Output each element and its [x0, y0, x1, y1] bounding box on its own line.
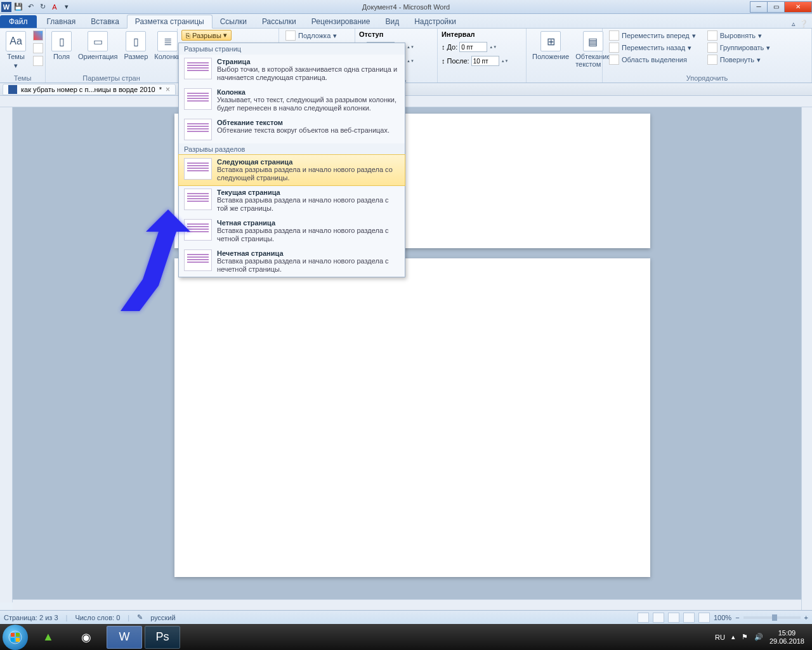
svg-rect-6 — [16, 638, 20, 642]
view-print-layout[interactable] — [638, 613, 649, 623]
space-before-icon: ↕ — [442, 43, 445, 51]
ruler-vertical[interactable] — [0, 107, 13, 602]
group-icon — [707, 43, 717, 53]
taskbar-chrome[interactable]: ◉ — [69, 626, 104, 649]
space-after-icon: ↕ — [442, 57, 445, 65]
break-page-item[interactable]: СтраницаВыбор точки, в которой заканчива… — [179, 55, 405, 85]
document-tabs: как убрать номер с п...ницы в ворде 2010… — [0, 83, 812, 96]
windows-logo-icon — [8, 630, 22, 644]
ruler-horizontal[interactable] — [0, 96, 812, 107]
page-status[interactable]: Страница: 2 из 3 — [4, 614, 58, 621]
close-button[interactable]: ✕ — [784, 1, 812, 13]
close-tab-icon[interactable]: × — [166, 85, 170, 94]
page[interactable] — [174, 258, 650, 577]
break-column-item[interactable]: КолонкаУказывает, что текст, следующий з… — [179, 85, 405, 116]
tab-insert[interactable]: Вставка — [83, 15, 127, 28]
tab-file[interactable]: Файл — [0, 15, 37, 28]
textwrap-break-icon — [184, 119, 212, 140]
taskbar-app[interactable]: ▲ — [30, 626, 66, 649]
fonts-icon — [33, 43, 43, 53]
view-web[interactable] — [668, 613, 679, 623]
font-color-icon[interactable]: A — [49, 2, 60, 12]
zoom-out-button[interactable]: − — [735, 614, 739, 621]
svg-rect-3 — [11, 633, 15, 637]
spinner-icon[interactable]: ▲▼ — [407, 59, 414, 63]
tab-home[interactable]: Главная — [39, 15, 84, 28]
help-icon[interactable]: ❔ — [799, 20, 808, 28]
selection-pane-button[interactable]: Область выделения — [606, 54, 698, 65]
send-backward-button[interactable]: Переместить назад ▾ — [606, 42, 698, 53]
maximize-button[interactable]: ▭ — [767, 1, 785, 13]
column-break-icon — [184, 88, 212, 110]
tab-mailings[interactable]: Рассылки — [254, 15, 304, 28]
save-icon[interactable]: 💾 — [13, 2, 23, 12]
spinner-icon[interactable]: ▲▼ — [407, 45, 414, 49]
tab-references[interactable]: Ссылки — [213, 15, 254, 28]
view-reading[interactable] — [653, 613, 664, 623]
work-area — [0, 107, 812, 602]
document-tab[interactable]: как убрать номер с п...ницы в ворде 2010… — [3, 84, 176, 95]
minimize-button[interactable]: ─ — [750, 1, 768, 13]
view-draft[interactable] — [698, 613, 710, 623]
ribbon-tabs: Файл Главная Вставка Разметка страницы С… — [0, 14, 812, 29]
clock[interactable]: 15:09 29.06.2018 — [769, 629, 804, 646]
break-textwrap-item[interactable]: Обтекание текстомОбтекание текста вокруг… — [179, 116, 405, 143]
bring-forward-button[interactable]: Переместить вперед ▾ — [606, 30, 698, 41]
arrow-annotation — [108, 203, 197, 317]
breaks-button[interactable]: ⎘Разрывы▾ — [181, 30, 232, 41]
rotate-button[interactable]: Повернуть ▾ — [705, 54, 773, 65]
themes-button[interactable]: AaТемы▾ — [4, 30, 28, 71]
section-continuous-item[interactable]: Текущая страницаВставка разрыва раздела … — [179, 185, 405, 216]
theme-colors-button[interactable] — [30, 30, 46, 41]
show-hidden-icon[interactable]: ▴ — [731, 633, 735, 641]
space-after-input[interactable] — [471, 56, 499, 66]
spell-icon[interactable]: ✎ — [137, 613, 143, 621]
section-odd-page-item[interactable]: Нечетная страницаВставка разрыва раздела… — [179, 246, 405, 277]
tab-page-layout[interactable]: Разметка страницы — [127, 15, 213, 29]
section-next-page-item[interactable]: Следующая страницаВставка разрыва раздел… — [179, 155, 405, 185]
view-outline[interactable] — [683, 613, 695, 623]
margins-button[interactable]: ▯Поля — [49, 30, 74, 62]
position-button[interactable]: ⊞Положение — [530, 30, 571, 62]
word-count[interactable]: Число слов: 0 — [75, 614, 120, 621]
effects-icon — [33, 56, 43, 66]
theme-fonts-button[interactable] — [30, 43, 46, 54]
qat-dropdown-icon[interactable]: ▾ — [62, 2, 72, 12]
group-themes-label: Темы — [4, 74, 41, 83]
minimize-ribbon-icon[interactable]: ▵ — [792, 20, 796, 28]
selection-icon — [609, 55, 619, 65]
redo-icon[interactable]: ↻ — [37, 2, 48, 12]
zoom-in-button[interactable]: + — [804, 614, 808, 621]
zoom-slider[interactable] — [743, 616, 801, 619]
dropdown-section-header: Разрывы разделов — [179, 143, 405, 155]
group-button[interactable]: Группировать ▾ — [705, 42, 773, 53]
space-before-input[interactable] — [459, 42, 487, 52]
align-button[interactable]: Выровнять ▾ — [705, 30, 773, 41]
size-button[interactable]: ▯Размер — [122, 30, 150, 62]
align-icon — [707, 30, 717, 41]
taskbar-photoshop[interactable]: Ps — [145, 626, 180, 649]
orientation-button[interactable]: ▭Ориентация — [76, 30, 119, 62]
spinner-icon[interactable]: ▲▼ — [501, 59, 509, 63]
start-button[interactable] — [3, 625, 28, 650]
taskbar-word[interactable]: W — [107, 626, 142, 649]
zoom-level[interactable]: 100% — [714, 614, 731, 621]
watermark-button[interactable]: Подложка ▾ — [283, 30, 339, 41]
section-even-page-item[interactable]: Четная страницаВставка разрыва раздела и… — [179, 216, 405, 246]
spinner-icon[interactable]: ▲▼ — [489, 45, 497, 49]
page-area[interactable] — [13, 107, 812, 602]
theme-effects-button[interactable] — [30, 55, 46, 67]
flag-icon[interactable]: ⚑ — [742, 633, 748, 641]
scrollbar-horizontal[interactable] — [13, 599, 801, 610]
ribbon: AaТемы▾ Темы ▯Поля ▭Ориентация ▯Размер ≣… — [0, 29, 812, 83]
volume-icon[interactable]: 🔊 — [754, 633, 763, 641]
tray-lang[interactable]: RU — [715, 633, 725, 641]
scrollbar-vertical[interactable] — [801, 107, 812, 610]
taskbar: ▲ ◉ W Ps RU ▴ ⚑ 🔊 15:09 29.06.2018 — [0, 624, 812, 650]
tab-review[interactable]: Рецензирование — [304, 15, 378, 28]
tab-view[interactable]: Вид — [377, 15, 407, 28]
tab-addins[interactable]: Надстройки — [407, 15, 464, 28]
undo-icon[interactable]: ↶ — [25, 2, 36, 12]
status-bar: Страница: 2 из 3 | Число слов: 0 | ✎ рус… — [0, 610, 812, 624]
language-status[interactable]: русский — [150, 614, 175, 621]
